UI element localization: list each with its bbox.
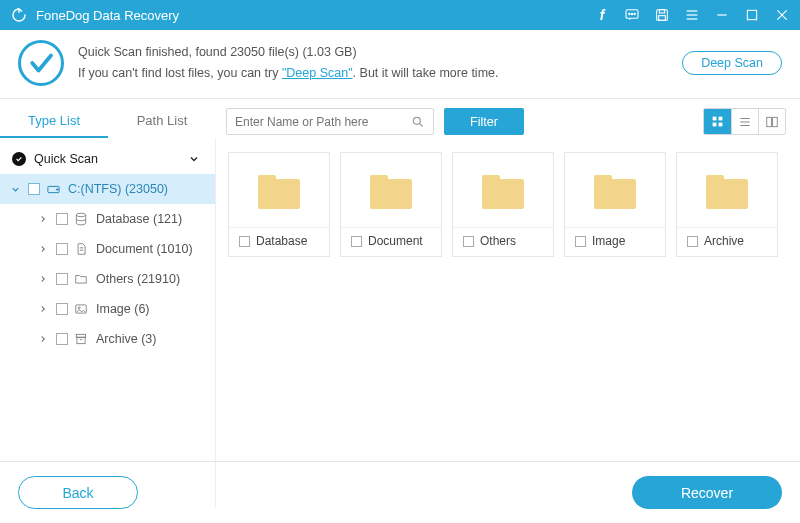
chevron-down-icon[interactable] xyxy=(187,153,201,165)
card-label: Database xyxy=(256,234,307,248)
folder-icon xyxy=(594,175,636,209)
svg-rect-5 xyxy=(659,10,664,13)
app-logo-icon xyxy=(10,6,28,24)
feedback-icon[interactable] xyxy=(624,7,640,23)
view-mode-toggle xyxy=(703,108,786,135)
app-title: FoneDog Data Recovery xyxy=(36,8,594,23)
scan-complete-icon xyxy=(18,40,64,86)
folder-card-image[interactable]: Image xyxy=(564,152,666,257)
svg-rect-18 xyxy=(713,123,717,127)
tree-item-document[interactable]: Document (1010) xyxy=(0,234,215,264)
view-detail-icon[interactable] xyxy=(758,109,785,134)
view-list-icon[interactable] xyxy=(731,109,758,134)
folder-card-document[interactable]: Document xyxy=(340,152,442,257)
toolbar: Type List Path List Filter xyxy=(0,99,800,138)
chevron-right-icon[interactable] xyxy=(36,304,50,314)
checkbox[interactable] xyxy=(56,273,68,285)
checkbox[interactable] xyxy=(351,236,362,247)
sidebar-tree: Quick Scan C:(NTFS) (23050) Database (12… xyxy=(0,138,216,508)
svg-rect-17 xyxy=(719,117,723,121)
checkbox[interactable] xyxy=(687,236,698,247)
folder-icon xyxy=(74,272,90,286)
tree-drive-c[interactable]: C:(NTFS) (23050) xyxy=(0,174,215,204)
scan-summary-bar: Quick Scan finished, found 23050 file(s)… xyxy=(0,30,800,99)
chevron-right-icon[interactable] xyxy=(36,334,50,344)
scan-summary-line2: If you can't find lost files, you can tr… xyxy=(78,63,682,84)
drive-icon xyxy=(46,182,62,197)
svg-point-31 xyxy=(78,307,80,309)
folder-icon xyxy=(706,175,748,209)
filter-button[interactable]: Filter xyxy=(444,108,524,135)
tree-item-label: Document (1010) xyxy=(96,242,193,256)
minimize-icon[interactable] xyxy=(714,7,730,23)
tree-item-label: Database (121) xyxy=(96,212,182,226)
tree-item-archive[interactable]: Archive (3) xyxy=(0,324,215,354)
chevron-right-icon[interactable] xyxy=(36,244,50,254)
checkbox[interactable] xyxy=(56,303,68,315)
svg-point-3 xyxy=(634,13,635,14)
checkbox[interactable] xyxy=(56,213,68,225)
tree-item-label: Others (21910) xyxy=(96,272,180,286)
tree-item-label: Archive (3) xyxy=(96,332,156,346)
tree-item-database[interactable]: Database (121) xyxy=(0,204,215,234)
svg-point-2 xyxy=(631,13,632,14)
checkbox[interactable] xyxy=(28,183,40,195)
deep-scan-link[interactable]: "Deep Scan" xyxy=(282,66,353,80)
recover-button[interactable]: Recover xyxy=(632,476,782,509)
chevron-down-icon[interactable] xyxy=(8,184,22,195)
checkbox[interactable] xyxy=(239,236,250,247)
status-dot-icon xyxy=(12,152,26,166)
folder-icon xyxy=(482,175,524,209)
folder-icon xyxy=(258,175,300,209)
chevron-right-icon[interactable] xyxy=(36,274,50,284)
svg-line-15 xyxy=(420,123,423,126)
card-label: Document xyxy=(368,234,423,248)
checkbox[interactable] xyxy=(575,236,586,247)
svg-point-1 xyxy=(629,13,630,14)
folder-card-archive[interactable]: Archive xyxy=(676,152,778,257)
database-icon xyxy=(74,212,90,226)
checkbox[interactable] xyxy=(463,236,474,247)
svg-point-26 xyxy=(57,188,59,190)
menu-icon[interactable] xyxy=(684,7,700,23)
main-area: Quick Scan C:(NTFS) (23050) Database (12… xyxy=(0,138,800,508)
svg-rect-32 xyxy=(76,334,85,337)
document-icon xyxy=(74,242,90,256)
search-icon[interactable] xyxy=(411,115,425,129)
deep-scan-button[interactable]: Deep Scan xyxy=(682,51,782,75)
svg-rect-33 xyxy=(77,337,85,343)
search-input[interactable] xyxy=(235,115,411,129)
content-grid: Database Document Others Image Archive xyxy=(216,138,800,508)
save-icon[interactable] xyxy=(654,7,670,23)
tree-drive-label: C:(NTFS) (23050) xyxy=(68,182,168,196)
tab-path-list[interactable]: Path List xyxy=(108,105,216,138)
back-button[interactable]: Back xyxy=(18,476,138,509)
tree-root-quick-scan[interactable]: Quick Scan xyxy=(0,144,215,174)
scan-summary-line1: Quick Scan finished, found 23050 file(s)… xyxy=(78,42,682,63)
folder-card-others[interactable]: Others xyxy=(452,152,554,257)
svg-rect-11 xyxy=(747,10,756,19)
sidebar-tabs: Type List Path List xyxy=(0,105,216,138)
scan-summary-suffix: . But it will take more time. xyxy=(353,66,499,80)
card-label: Image xyxy=(592,234,625,248)
maximize-icon[interactable] xyxy=(744,7,760,23)
scan-summary-prefix: If you can't find lost files, you can tr… xyxy=(78,66,282,80)
search-field[interactable] xyxy=(226,108,434,135)
tree-item-others[interactable]: Others (21910) xyxy=(0,264,215,294)
svg-point-27 xyxy=(76,213,85,217)
close-icon[interactable] xyxy=(774,7,790,23)
card-label: Others xyxy=(480,234,516,248)
tab-type-list[interactable]: Type List xyxy=(0,105,108,138)
svg-rect-6 xyxy=(659,16,666,21)
titlebar: FoneDog Data Recovery f xyxy=(0,0,800,30)
tree-root-label: Quick Scan xyxy=(34,152,98,166)
chevron-right-icon[interactable] xyxy=(36,214,50,224)
tree-item-image[interactable]: Image (6) xyxy=(0,294,215,324)
svg-rect-19 xyxy=(719,123,723,127)
facebook-icon[interactable]: f xyxy=(594,7,610,23)
view-grid-icon[interactable] xyxy=(704,109,731,134)
folder-card-database[interactable]: Database xyxy=(228,152,330,257)
archive-icon xyxy=(74,332,90,346)
checkbox[interactable] xyxy=(56,333,68,345)
checkbox[interactable] xyxy=(56,243,68,255)
